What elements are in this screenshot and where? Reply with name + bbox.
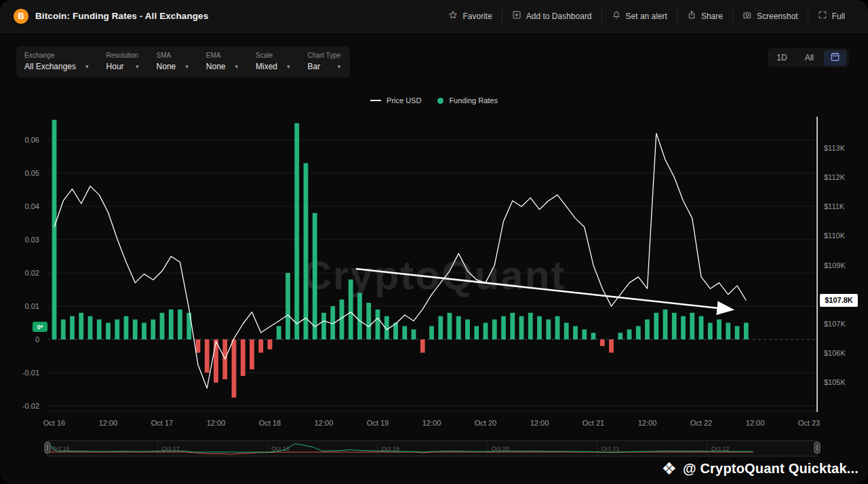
calendar-button[interactable]	[824, 50, 846, 66]
svg-text:Oct 21: Oct 21	[583, 419, 604, 427]
svg-text:Oct 21: Oct 21	[601, 445, 620, 452]
svg-text:$113K: $113K	[824, 144, 846, 152]
bitcoin-logo-icon: B	[14, 9, 28, 24]
svg-text:Oct 18: Oct 18	[259, 419, 281, 427]
svg-text:12:00: 12:00	[422, 419, 441, 427]
x-axis: Oct 1612:00Oct 1712:00Oct 1812:00Oct 191…	[43, 419, 820, 427]
svg-text:Oct 23: Oct 23	[798, 419, 820, 427]
svg-text:Oct 22: Oct 22	[690, 419, 712, 427]
scale-dropdown[interactable]: Scale Mixed▾	[248, 46, 300, 77]
svg-text:12:00: 12:00	[746, 419, 765, 427]
plus-square-icon	[512, 10, 521, 22]
header-bar: B Bitcoin: Funding Rates - All Exchanges…	[0, 0, 868, 33]
exchange-dropdown[interactable]: Exchange All Exchanges▾	[16, 46, 98, 77]
resolution-dropdown[interactable]: Resolution Hour▾	[98, 46, 149, 77]
svg-text:$107.8K: $107.8K	[825, 296, 853, 304]
screenshot-button[interactable]: Screenshot	[732, 10, 808, 22]
funding-dot-icon	[437, 98, 443, 104]
svg-text:-0.02: -0.02	[22, 402, 39, 410]
camera-icon	[743, 10, 752, 22]
svg-text:12:00: 12:00	[207, 419, 226, 427]
nav-right-handle[interactable]	[814, 443, 820, 453]
chevron-down-icon: ▾	[136, 63, 139, 70]
chart-settings-toolbar: Exchange All Exchanges▾ Resolution Hour▾…	[16, 46, 350, 77]
nav-left-handle[interactable]	[45, 443, 50, 453]
share-button[interactable]: Share	[677, 10, 732, 22]
svg-text:0: 0	[35, 335, 39, 343]
price-line-icon	[370, 100, 381, 101]
chevron-down-icon: ▾	[85, 63, 89, 70]
chevron-down-icon: ▾	[338, 63, 341, 70]
svg-text:Oct 20: Oct 20	[475, 419, 496, 427]
add-to-dashboard-button[interactable]: Add to Dashboard	[502, 10, 601, 22]
svg-text:$107K: $107K	[824, 320, 846, 328]
ema-dropdown[interactable]: EMA None▾	[198, 46, 248, 77]
svg-text:12:00: 12:00	[638, 419, 657, 427]
cryptoquant-watermark: ❖ @ CryptoQuant Quicktak...	[662, 459, 859, 479]
svg-text:12:00: 12:00	[530, 419, 549, 427]
svg-text:0.03: 0.03	[25, 236, 39, 244]
range-1d-button[interactable]: 1D	[768, 48, 795, 67]
svg-text:Oct 16: Oct 16	[43, 419, 65, 427]
svg-text:0.06: 0.06	[25, 136, 39, 144]
sma-dropdown[interactable]: SMA None▾	[149, 46, 198, 77]
legend-price-usd[interactable]: Price USD	[370, 96, 421, 105]
chart-legend: Price USD Funding Rates	[0, 96, 868, 105]
set-alert-button[interactable]: Set an alert	[601, 10, 677, 22]
left-axis: 0.060.050.040.030.020.010-0.01-0.02	[22, 136, 39, 410]
chart-type-dropdown[interactable]: Chart Type Bar▾	[300, 46, 351, 77]
cryptoquant-logo-icon: ❖	[662, 459, 677, 479]
header-left: B Bitcoin: Funding Rates - All Exchanges	[14, 9, 208, 24]
svg-text:0.02: 0.02	[25, 269, 39, 277]
legend-funding-rates[interactable]: Funding Rates	[437, 96, 498, 105]
range-all-button[interactable]: All	[796, 48, 823, 67]
fullscreen-icon	[818, 10, 827, 22]
navigator-scrubber[interactable]: Oct 16Oct 17Oct 18Oct 19Oct 20Oct 21Oct …	[45, 441, 820, 456]
favorite-button[interactable]: Favorite	[439, 10, 501, 22]
svg-text:$112K: $112K	[824, 173, 846, 181]
svg-text:12:00: 12:00	[99, 419, 118, 427]
svg-text:$111K: $111K	[824, 202, 845, 210]
chevron-down-icon: ▾	[287, 63, 290, 70]
svg-text:0.05: 0.05	[25, 169, 39, 177]
last-price-tag: $107.8K	[820, 294, 858, 307]
svg-text:$105K: $105K	[824, 378, 846, 386]
share-icon	[687, 10, 696, 22]
chevron-down-icon: ▾	[235, 63, 238, 70]
svg-text:-0.01: -0.01	[22, 369, 39, 377]
header-actions: Favorite Add to Dashboard Set an alert S…	[439, 10, 854, 22]
svg-text:0*: 0*	[37, 324, 43, 331]
svg-text:0.01: 0.01	[25, 302, 39, 310]
star-icon	[448, 10, 458, 22]
svg-text:$109K: $109K	[824, 261, 846, 269]
right-axis: $113K$112K$111K$110K$109K$107K$106K$105K	[817, 117, 846, 412]
chevron-down-icon: ▾	[185, 63, 189, 70]
fullscreen-button[interactable]: Full	[808, 10, 854, 22]
watermark-text: @ CryptoQuant Quicktak...	[683, 461, 859, 477]
svg-text:$106K: $106K	[824, 349, 846, 357]
svg-text:0.04: 0.04	[25, 202, 39, 210]
calendar-icon	[830, 52, 840, 64]
zero-funding-badge: 0*	[33, 322, 47, 332]
range-selector: 1D All	[768, 48, 849, 67]
svg-text:Oct 17: Oct 17	[151, 419, 173, 427]
bell-icon	[612, 10, 621, 22]
app-window: B Bitcoin: Funding Rates - All Exchanges…	[0, 0, 868, 484]
page-title: Bitcoin: Funding Rates - All Exchanges	[35, 11, 208, 21]
svg-text:Oct 19: Oct 19	[367, 419, 389, 427]
svg-text:$110K: $110K	[824, 231, 846, 240]
svg-text:12:00: 12:00	[315, 419, 334, 427]
